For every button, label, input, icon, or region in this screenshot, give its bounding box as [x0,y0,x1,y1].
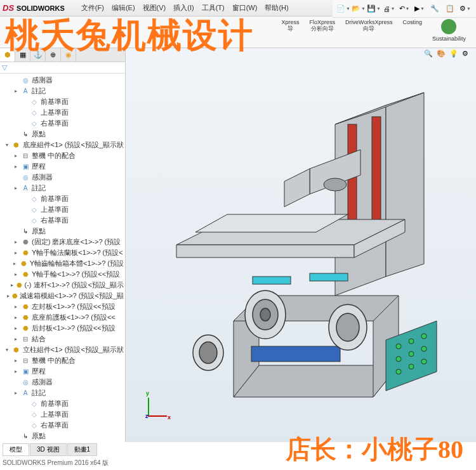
tree-item[interactable]: ▸⬣(固定) 磨床立柱<1> (預設<< [1,441,124,442]
tree-item[interactable]: ◇前基準面 [1,193,124,204]
tree-toggle-icon[interactable]: ▸ [13,336,19,343]
tree-item[interactable]: ▸⬣Y軸手輪<1>->? (預設<<預設 [1,269,124,280]
tree-toggle-icon[interactable]: ▸ [13,153,19,159]
ribbon-xpress[interactable]: Xpress导 [277,18,305,46]
tree-item[interactable]: ▸▣歷程 [1,366,124,377]
tree-item-label: 整機 中的配合 [32,151,76,160]
tree-toggle-icon[interactable] [22,196,28,202]
tab-model[interactable]: 模型 [3,443,29,456]
tree-item[interactable]: ▸⬣左封板<1>->? (預設<<預設 [1,301,124,312]
viewport-3d[interactable]: 🔍 🎨 💡 ⚙ [126,48,476,442]
ribbon-costing[interactable]: Costing [397,18,427,46]
save-button[interactable]: 💾▼ [367,2,381,16]
tree-item[interactable]: ▸⬣底座前護板<1>->? (預設<< [1,312,124,323]
tree-item[interactable]: ▸⊟整機 中的配合 [1,355,124,366]
tree-item[interactable]: ◇前基準面 [1,96,124,107]
feature-tree[interactable]: ◎感测器▸A註記◇前基準面◇上基準面◇右基準面↳原點▾⬢底座組件<1> (預設<… [0,74,125,442]
tree-toggle-icon[interactable] [22,110,28,116]
tree-toggle-icon[interactable]: ▸ [13,88,19,95]
tree-toggle-icon[interactable] [13,77,19,84]
tree-item[interactable]: ◇右基準面 [1,215,124,226]
ribbon-driveworks[interactable]: DriveWorksXpress向导 [340,18,397,46]
print-button[interactable]: 🖨▼ [382,2,396,16]
tree-item[interactable]: ◇上基準面 [1,204,124,215]
tree-toggle-icon[interactable] [13,174,19,181]
tree-item[interactable]: ▸⬣(-) 連杆<1>->? (預設<預設_顯示 [1,280,124,290]
tree-toggle-icon[interactable]: ▾ [4,142,10,148]
tree-item[interactable]: ▾⬢底座組件<1> (預設<預設_顯示狀 [1,140,124,150]
tab-motion[interactable]: 動畫1 [67,443,98,456]
tree-item[interactable]: ▸⬣Y軸齒輪軸箱本體<1>->? (預設 [1,258,124,269]
zoom-icon[interactable]: 🔍 [424,49,435,61]
svg-rect-34 [253,277,291,284]
tree-toggle-icon[interactable] [22,401,28,407]
tree-toggle-icon[interactable]: ▸ [13,315,19,321]
undo-button[interactable]: ↶▼ [397,2,411,16]
settings-button[interactable]: ⚙▼ [458,2,472,16]
tree-toggle-icon[interactable]: ▸ [13,239,19,245]
tree-item[interactable]: ▸⊟結合 [1,334,124,344]
tree-toggle-icon[interactable]: ▸ [7,293,10,299]
tree-toggle-icon[interactable] [13,228,19,235]
plane-icon: ◇ [30,400,39,408]
ribbon-label: DriveWorksXpress [345,19,392,25]
tree-item[interactable]: ▾⬢立柱組件<1> (預設<預設_顯示狀 [1,344,124,355]
tree-item[interactable]: ▸A註記 [1,183,124,193]
tree-toggle-icon[interactable]: ▸ [13,369,19,375]
tree-toggle-icon[interactable] [22,412,28,418]
rebuild-button[interactable]: 🔧 [428,2,442,16]
tab-3dview[interactable]: 3D 视图 [30,443,67,456]
tree-toggle-icon[interactable]: ▸ [13,325,19,332]
ribbon-floxpress[interactable]: FloXpress分析向导 [305,18,341,46]
tree-item[interactable]: ▸A註記 [1,86,124,96]
select-button[interactable]: ▶▼ [413,2,426,16]
tree-item[interactable]: ▸⬣(固定) 磨床底座<1>->? (預設 [1,237,124,247]
status-text: SOLIDWORKS Premium 2016 x64 版 [3,459,109,467]
open-button[interactable]: 📂▼ [352,2,366,16]
tree-item[interactable]: ▸⬣后封板<1>->? (預設<<預設 [1,323,124,334]
ribbon-sustainability[interactable]: Sustainability [427,18,471,46]
tree-item[interactable]: ◇右基準面 [1,118,124,129]
tree-item[interactable]: ↳原點 [1,129,124,140]
tree-item[interactable]: ◎感測器 [1,172,124,183]
tree-toggle-icon[interactable] [22,99,28,105]
tree-item[interactable]: ↳原點 [1,226,124,237]
tree-toggle-icon[interactable]: ▸ [10,282,14,289]
tree-item[interactable]: ◇前基準面 [1,398,124,409]
tree-toggle-icon[interactable] [13,433,19,440]
tree-filter[interactable]: ▽ [0,62,125,74]
tree-toggle-icon[interactable] [22,422,28,429]
tree-toggle-icon[interactable] [13,379,19,386]
tree-item[interactable]: ▸⬣減速箱模組<1>->? (預設<預設_顯 [1,290,124,301]
tree-toggle-icon[interactable]: ▸ [13,271,19,278]
options-button[interactable]: 📋 [443,2,457,16]
tree-item[interactable]: ▸⊟整機 中的配合 [1,150,124,161]
tree-toggle-icon[interactable]: ▸ [13,304,19,310]
view-settings-icon[interactable]: ⚙ [462,49,473,61]
appearance-icon[interactable]: 🎨 [437,49,448,61]
new-button[interactable]: 📄▼ [336,2,350,16]
tree-item[interactable]: ▸⬣Y軸手輪法蘭板<1>->? (預設< [1,247,124,258]
tree-item[interactable]: ▸▣歷程 [1,161,124,172]
tree-toggle-icon[interactable] [13,131,19,138]
tree-toggle-icon[interactable]: ▸ [12,261,18,267]
tree-item[interactable]: ◎感测器 [1,75,124,86]
tree-toggle-icon[interactable]: ▸ [13,185,19,192]
tree-item[interactable]: ▸A註記 [1,388,124,398]
tree-toggle-icon[interactable]: ▾ [4,347,10,353]
tree-toggle-icon[interactable] [22,218,28,224]
tree-item[interactable]: ◇右基準面 [1,420,124,431]
tree-item[interactable]: ◇上基準面 [1,409,124,420]
tree-item[interactable]: ◇上基準面 [1,107,124,118]
tree-toggle-icon[interactable] [22,207,28,213]
tree-item[interactable]: ↳原點 [1,431,124,441]
menu-help[interactable]: 帮助(H) [261,2,292,14]
tree-toggle-icon[interactable]: ▸ [13,250,19,256]
tree-toggle-icon[interactable]: ▸ [13,390,19,396]
tree-item[interactable]: ◎感測器 [1,377,124,388]
tree-toggle-icon[interactable]: ▸ [13,358,19,364]
tree-toggle-icon[interactable]: ▸ [13,164,19,170]
tree-item-label: 前基準面 [41,399,69,408]
scene-icon[interactable]: 💡 [449,49,461,61]
tree-toggle-icon[interactable] [22,121,28,127]
